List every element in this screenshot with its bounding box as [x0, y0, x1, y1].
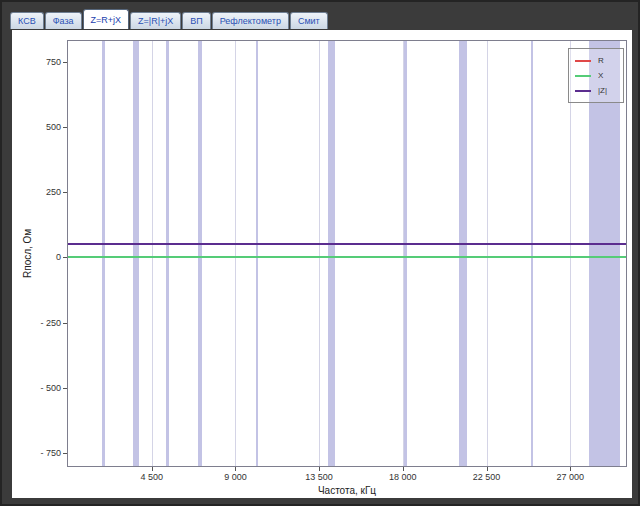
legend: RX|Z|: [568, 48, 624, 103]
y-tick-label: - 500: [12, 383, 61, 393]
legend-row: |Z|: [569, 83, 623, 98]
x-tick-mark: [487, 467, 488, 471]
chart-panel: Rпосл, Ом RX|Z| Частота, кГц 4 5009 0001…: [12, 30, 632, 498]
app-window: КСВФазаZ=R+jXZ=|R|+jXВПРефлектометрСмит …: [0, 0, 640, 506]
x-tick-label: 18 000: [389, 472, 417, 482]
tab-vp[interactable]: ВП: [182, 12, 210, 29]
tab-smit[interactable]: Смит: [290, 12, 328, 29]
x-tick-mark: [319, 467, 320, 471]
y-tick-label: 250: [12, 187, 61, 197]
gridline-x: [152, 41, 153, 466]
legend-line-sample-|Z|: [575, 90, 591, 92]
legend-row: X: [569, 68, 623, 83]
legend-label: X: [598, 71, 603, 80]
band-highlight: [459, 41, 467, 466]
y-tick-mark: [63, 323, 67, 324]
gridline-x: [487, 41, 488, 466]
y-tick-label: - 250: [12, 318, 61, 328]
y-tick-mark: [63, 257, 67, 258]
band-highlight: [133, 41, 139, 466]
y-tick-mark: [63, 127, 67, 128]
tab-ksv[interactable]: КСВ: [10, 12, 44, 29]
tab-reflektometr[interactable]: Рефлектометр: [212, 12, 289, 29]
legend-line-sample-X: [575, 75, 591, 77]
x-tick-label: 13 500: [305, 472, 333, 482]
legend-label: R: [598, 56, 604, 65]
y-tick-label: - 750: [12, 448, 61, 458]
y-tick-label: 500: [12, 122, 61, 132]
y-tick-mark: [63, 388, 67, 389]
band-highlight: [166, 41, 170, 466]
band-highlight: [531, 41, 533, 466]
band-highlight: [102, 41, 106, 466]
y-tick-mark: [63, 192, 67, 193]
gridline-x: [235, 41, 236, 466]
band-highlight: [328, 41, 335, 466]
y-tick-label: 750: [12, 57, 61, 67]
y-tick-mark: [63, 453, 67, 454]
tab-bar: КСВФазаZ=R+jXZ=|R|+jXВПРефлектометрСмит: [10, 8, 328, 29]
series-line-|Z|: [68, 243, 626, 245]
band-highlight: [198, 41, 202, 466]
x-tick-mark: [235, 467, 236, 471]
legend-row: R: [569, 53, 623, 68]
x-tick-mark: [152, 467, 153, 471]
band-highlight: [589, 41, 621, 466]
x-tick-label: 22 500: [473, 472, 501, 482]
x-tick-label: 4 500: [140, 472, 163, 482]
x-tick-mark: [403, 467, 404, 471]
x-tick-label: 9 000: [224, 472, 247, 482]
tab-z-r-jx[interactable]: Z=R+jX: [83, 9, 130, 29]
tab-faza[interactable]: Фаза: [45, 12, 82, 29]
x-axis-title: Частота, кГц: [67, 485, 627, 496]
tab-z-absr-jx[interactable]: Z=|R|+jX: [130, 12, 181, 29]
band-highlight: [256, 41, 258, 466]
band-highlight: [404, 41, 407, 466]
x-tick-label: 27 000: [556, 472, 584, 482]
plot-area[interactable]: RX|Z|: [67, 40, 627, 467]
gridline-x: [319, 41, 320, 466]
y-tick-mark: [63, 62, 67, 63]
legend-line-sample-R: [575, 60, 591, 62]
y-tick-label: 0: [12, 252, 61, 262]
series-line-X: [68, 256, 626, 258]
gridline-x: [570, 41, 571, 466]
x-tick-mark: [570, 467, 571, 471]
legend-label: |Z|: [598, 86, 607, 95]
